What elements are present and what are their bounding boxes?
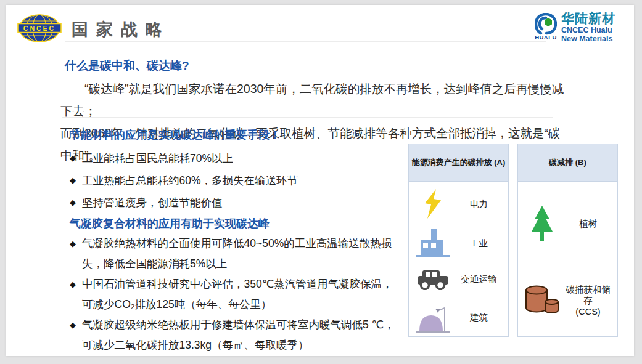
bullet-item: ◆ 气凝胶绝热材料的全面使用可降低40~50%的工业高温输送散热损 失，降低全国…: [70, 233, 413, 274]
bullet-line: 坚持管道瘦身，创造节能价值: [82, 192, 223, 214]
building-icon: [413, 301, 453, 334]
section-aerogel: 气凝胶复合材料的应用有助于实现碳达峰 ◆ 气凝胶绝热材料的全面使用可降低40~5…: [70, 216, 413, 355]
bullet-line: 可减少CO₂排放125吨（每年、每公里）: [82, 294, 393, 315]
diamond-bullet-icon: ◆: [70, 233, 76, 254]
intro-heading: 什么是碳中和、碳达峰?: [65, 58, 189, 74]
bullet-line: 气凝胶超级纳米绝热板用于修建墙体保温可将室内暖气调低5 ℃，: [82, 315, 395, 335]
page-title: 国家战略: [72, 18, 170, 41]
diagram-item-tree: 植树: [522, 206, 614, 241]
section-energy-saving: 节能材料的应用是实现碳达峰的重要手段！ ◆ 工业能耗占国民总能耗70%以上 ◆ …: [70, 127, 413, 214]
diagram-item-label: 碳捕获和储存 (CCS): [562, 284, 614, 317]
tree-icon: [522, 206, 562, 241]
reduction-box-body: 植树 碳捕获和储存 (CCS): [518, 182, 617, 341]
diagram-item-label-line: (CCS): [562, 306, 614, 317]
diagram-item-label: 电力: [453, 198, 504, 209]
bullet-line: 可减少二氧化碳排放13.3kg（每㎡、每取暖季）: [82, 335, 395, 355]
section1-heading: 节能材料的应用是实现碳达峰的重要手段！: [70, 127, 413, 142]
diagram-item-label: 植树: [562, 218, 614, 229]
bullet-line: 工业热能占总能耗约60%，多损失在输送环节: [82, 169, 298, 192]
diagram-item-label-line: 碳捕获和储存: [562, 284, 614, 306]
bullet-line: 中国石油管道科技研究中心评估，350℃蒸汽管道用气凝胶保温，: [82, 274, 393, 294]
diamond-bullet-icon: ◆: [70, 192, 76, 214]
emissions-box: 能源消费产生的碳排放 (A) 电力: [408, 144, 509, 337]
reduction-box: 碳减排 (B) 植树: [517, 144, 618, 337]
hualu-logo: HUALU 华陆新材 CNCEC Hualu New Materials: [535, 11, 615, 43]
bullet-line: 失，降低全国能源消耗5%以上: [82, 254, 392, 274]
section2-heading: 气凝胶复合材料的应用有助于实现碳达峰: [70, 216, 413, 231]
bullet-line: 气凝胶绝热材料的全面使用可降低40~50%的工业高温输送散热损: [82, 233, 392, 254]
emissions-box-header: 能源消费产生的碳排放 (A): [409, 144, 508, 182]
diagram-item-label: 工业: [453, 238, 504, 249]
diamond-bullet-icon: ◆: [70, 147, 76, 169]
diagram-item-building: 建筑: [413, 301, 504, 334]
bullet-item: ◆ 气凝胶超级纳米绝热板用于修建墙体保温可将室内暖气调低5 ℃， 可减少二氧化碳…: [70, 315, 413, 355]
diagram-item-ccs: 碳捕获和储存 (CCS): [522, 284, 614, 317]
header-divider: [65, 41, 546, 42]
bullet-line: 工业能耗占国民总能耗70%以上: [82, 147, 233, 169]
hualu-mark-icon: HUALU: [535, 13, 557, 41]
hualu-name-en1: CNCEC Hualu: [561, 26, 615, 34]
section1-bullets: ◆ 工业能耗占国民总能耗70%以上 ◆ 工业热能占总能耗约60%，多损失在输送环…: [70, 147, 413, 214]
intro-divider: [62, 117, 553, 118]
diagram-item-transport: 交通运输: [413, 268, 504, 290]
barrels-icon: [522, 285, 562, 317]
car-icon: [413, 268, 453, 290]
hualu-mark-label: HUALU: [535, 34, 557, 41]
hualu-name-en2: New Materials: [561, 34, 615, 43]
bullet-item: ◆ 工业热能占总能耗约60%，多损失在输送环节: [70, 169, 413, 192]
emissions-box-body: 电力 工业: [409, 182, 508, 341]
diagram-item-industry: 工业: [413, 229, 504, 257]
diamond-bullet-icon: ◆: [70, 274, 76, 294]
section2-bullets: ◆ 气凝胶绝热材料的全面使用可降低40~50%的工业高温输送散热损 失，降低全国…: [70, 233, 413, 355]
diagram-item-label: 建筑: [453, 312, 504, 323]
diamond-bullet-icon: ◆: [70, 169, 76, 192]
cncec-globe-icon: CNCEC: [17, 13, 62, 46]
reduction-box-header: 碳减排 (B): [518, 144, 617, 182]
diamond-bullet-icon: ◆: [70, 315, 76, 335]
svg-text:CNCEC: CNCEC: [23, 25, 56, 32]
intro-line: “碳达峰”就是我们国家承诺在2030年前，二氧化碳的排放不再增长，达到峰值之后再…: [60, 78, 569, 122]
slide: CNCEC 国家战略 HUALU 华陆新材 CNCEC Hualu New Ma…: [6, 5, 634, 356]
diagram-item-label: 交通运输: [453, 273, 504, 285]
factory-icon: [413, 229, 453, 257]
lightning-icon: [413, 189, 453, 219]
bullet-item: ◆ 中国石油管道科技研究中心评估，350℃蒸汽管道用气凝胶保温， 可减少CO₂排…: [70, 274, 413, 315]
diagram-item-electricity: 电力: [413, 189, 504, 219]
bullet-item: ◆ 坚持管道瘦身，创造节能价值: [70, 192, 413, 214]
hualu-name-cn: 华陆新材: [561, 11, 615, 26]
hualu-text: 华陆新材 CNCEC Hualu New Materials: [561, 11, 615, 43]
bullet-item: ◆ 工业能耗占国民总能耗70%以上: [70, 147, 413, 169]
